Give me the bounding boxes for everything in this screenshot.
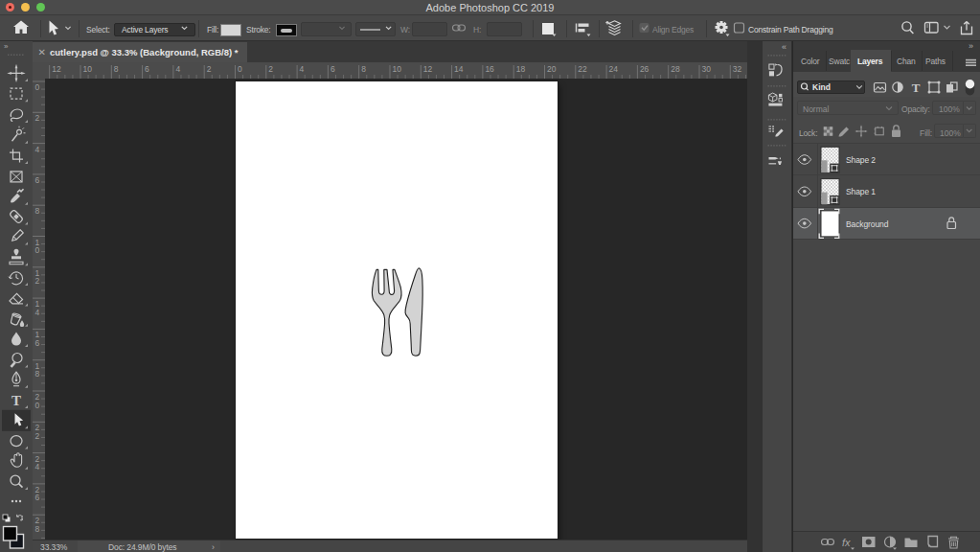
svg-text:8: 8 xyxy=(361,64,366,74)
svg-text:0: 0 xyxy=(238,64,242,74)
svg-text:»: » xyxy=(4,42,9,51)
svg-text:8: 8 xyxy=(35,206,40,216)
svg-text:6: 6 xyxy=(145,64,149,74)
svg-text:0: 0 xyxy=(35,245,40,255)
svg-text:T: T xyxy=(912,80,921,95)
svg-text:18: 18 xyxy=(516,64,526,74)
svg-text:T: T xyxy=(11,393,21,408)
svg-text:10: 10 xyxy=(83,64,93,74)
svg-text:6: 6 xyxy=(35,175,40,185)
svg-text:4: 4 xyxy=(35,308,40,317)
svg-text:4: 4 xyxy=(35,145,40,154)
svg-text:6: 6 xyxy=(35,338,40,348)
svg-text:14: 14 xyxy=(454,64,464,74)
svg-text:4: 4 xyxy=(35,462,40,472)
svg-text:8: 8 xyxy=(35,369,40,379)
svg-text:24: 24 xyxy=(609,64,619,74)
svg-text:8: 8 xyxy=(114,64,119,74)
svg-text:4: 4 xyxy=(300,64,305,74)
svg-text:16: 16 xyxy=(485,64,494,74)
svg-text:2: 2 xyxy=(268,64,273,74)
svg-text:28: 28 xyxy=(671,64,680,74)
svg-text:»: » xyxy=(969,41,973,51)
svg-text:6: 6 xyxy=(330,64,335,74)
svg-text:4: 4 xyxy=(175,64,180,74)
svg-text:2: 2 xyxy=(207,64,212,74)
svg-text:fx: fx xyxy=(842,537,851,548)
svg-text:12: 12 xyxy=(52,64,61,74)
svg-text:32: 32 xyxy=(733,64,742,74)
svg-text:6: 6 xyxy=(35,493,40,502)
svg-text:20: 20 xyxy=(547,64,557,74)
svg-text:0: 0 xyxy=(35,82,40,92)
svg-text:8: 8 xyxy=(35,524,40,534)
svg-text:2: 2 xyxy=(35,431,40,441)
svg-text:26: 26 xyxy=(640,64,650,74)
svg-text:2: 2 xyxy=(35,276,40,286)
svg-text:22: 22 xyxy=(578,64,587,74)
svg-text:10: 10 xyxy=(393,64,402,74)
svg-text:0: 0 xyxy=(35,401,40,410)
svg-text:30: 30 xyxy=(702,64,712,74)
svg-text:2: 2 xyxy=(35,113,40,123)
svg-text:«: « xyxy=(782,42,786,52)
svg-text:12: 12 xyxy=(423,64,433,74)
